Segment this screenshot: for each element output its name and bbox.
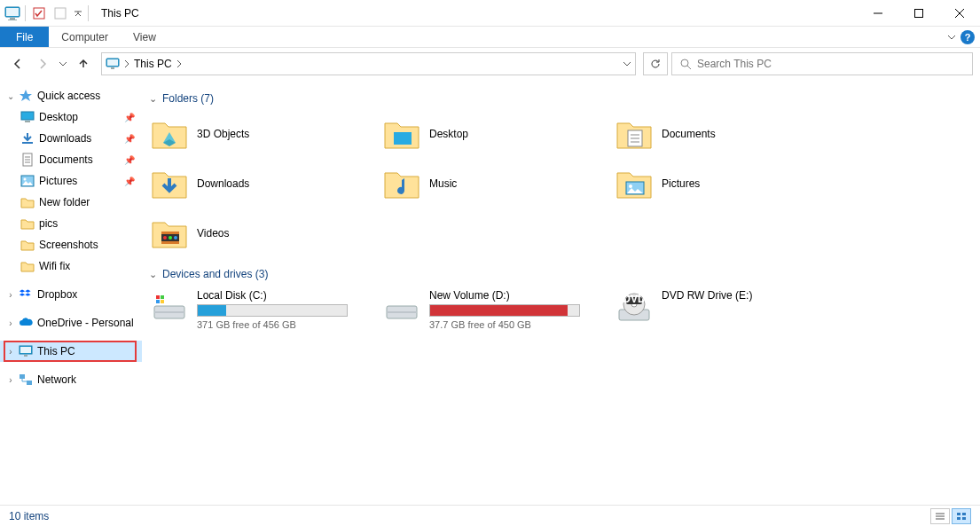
folder-icon — [383, 165, 420, 202]
drive-icon — [383, 289, 420, 326]
nav-item-documents[interactable]: Documents 📌 — [0, 149, 142, 170]
up-button[interactable] — [73, 53, 94, 75]
chevron-down-icon[interactable]: ⌄ — [5, 91, 16, 101]
desktop-icon — [20, 110, 35, 124]
nav-item-downloads[interactable]: Downloads 📌 — [0, 128, 142, 149]
folder-icon — [20, 216, 35, 231]
svg-rect-29 — [394, 132, 412, 145]
folder-downloads[interactable]: Downloads — [149, 161, 371, 206]
svg-rect-61 — [957, 517, 960, 520]
minimize-button[interactable] — [858, 0, 898, 27]
folder-icon — [20, 259, 35, 273]
svg-rect-2 — [10, 18, 15, 20]
refresh-button[interactable] — [643, 52, 668, 75]
svg-line-14 — [687, 66, 691, 69]
nav-network[interactable]: › Network — [0, 369, 142, 390]
svg-rect-48 — [161, 300, 164, 303]
tab-computer[interactable]: Computer — [49, 27, 121, 47]
chevron-down-icon: ⌄ — [149, 269, 157, 280]
navigation-bar: This PC — [0, 48, 980, 80]
folder-music[interactable]: Music — [381, 161, 603, 206]
nav-item-newfolder[interactable]: New folder — [0, 192, 142, 213]
qat-properties-icon[interactable] — [29, 4, 49, 23]
folder-3d-objects[interactable]: 3D Objects — [149, 112, 371, 156]
this-pc-icon — [18, 344, 34, 358]
folder-icon — [615, 115, 653, 153]
svg-point-41 — [174, 236, 177, 239]
maximize-button[interactable] — [898, 0, 939, 27]
svg-point-23 — [24, 178, 27, 181]
folder-desktop[interactable]: Desktop — [381, 112, 603, 156]
svg-rect-16 — [25, 121, 30, 122]
drive-icon — [151, 289, 188, 326]
folder-pictures[interactable]: Pictures — [614, 161, 835, 206]
chevron-right-icon[interactable]: › — [5, 318, 16, 328]
chevron-right-icon[interactable]: › — [5, 290, 16, 300]
nav-item-screenshots[interactable]: Screenshots — [0, 234, 142, 255]
title-bar: This PC — [0, 0, 980, 27]
chevron-right-icon[interactable]: › — [5, 375, 16, 385]
address-bar[interactable]: This PC — [101, 52, 636, 75]
nav-item-wififix[interactable]: Wifi fix — [0, 255, 142, 277]
nav-quick-access[interactable]: ⌄ Quick access — [0, 85, 142, 106]
svg-rect-37 — [161, 232, 179, 234]
folder-documents[interactable]: Documents — [614, 112, 835, 156]
chevron-right-icon[interactable]: › — [5, 347, 16, 357]
forward-button[interactable] — [32, 53, 53, 75]
help-icon[interactable]: ? — [960, 30, 975, 44]
svg-rect-27 — [20, 374, 25, 379]
nav-this-pc[interactable]: › This PC — [0, 341, 142, 362]
svg-rect-60 — [962, 513, 966, 515]
svg-rect-45 — [156, 295, 160, 299]
qat-dropdown-icon[interactable] — [72, 4, 84, 23]
svg-text:DVD: DVD — [623, 293, 646, 305]
details-view-button[interactable] — [930, 508, 950, 524]
svg-rect-43 — [154, 311, 184, 313]
nav-onedrive[interactable]: › OneDrive - Personal — [0, 312, 142, 334]
dropbox-icon — [18, 287, 34, 302]
folder-icon — [151, 165, 188, 202]
drive-e[interactable]: DVD DVD RW Drive (E:) — [614, 287, 835, 332]
status-bar: 10 items — [0, 505, 980, 526]
search-input[interactable] — [697, 58, 965, 70]
dvd-drive-icon: DVD — [615, 289, 653, 326]
search-box[interactable] — [671, 52, 973, 75]
content-area: ⌄ Folders (7) 3D Objects Desktop Documen… — [142, 80, 980, 505]
nav-item-pics[interactable]: pics — [0, 213, 142, 234]
group-header-folders[interactable]: ⌄ Folders (7) — [149, 92, 973, 105]
tab-view[interactable]: View — [121, 27, 169, 47]
svg-point-39 — [163, 236, 167, 239]
nav-item-pictures[interactable]: Pictures 📌 — [0, 170, 142, 192]
close-button[interactable] — [939, 0, 980, 27]
onedrive-icon — [18, 316, 34, 330]
breadcrumb[interactable]: This PC — [134, 58, 172, 70]
window-title: This PC — [101, 7, 139, 20]
tiles-view-button[interactable] — [952, 508, 971, 524]
svg-rect-59 — [957, 513, 960, 515]
qat-newfolder-icon[interactable] — [51, 4, 70, 23]
pictures-icon — [20, 174, 35, 188]
group-header-drives[interactable]: ⌄ Devices and drives (3) — [149, 268, 973, 280]
recent-locations-button[interactable] — [57, 53, 69, 75]
folder-icon — [383, 115, 420, 153]
folder-videos[interactable]: Videos — [149, 211, 371, 255]
back-button[interactable] — [7, 53, 28, 75]
nav-dropbox[interactable]: › Dropbox — [0, 284, 142, 305]
drive-c[interactable]: Local Disk (C:) 371 GB free of 456 GB — [149, 287, 371, 332]
file-tab[interactable]: File — [0, 27, 49, 47]
svg-rect-1 — [6, 8, 19, 16]
nav-item-desktop[interactable]: Desktop 📌 — [0, 106, 142, 128]
documents-icon — [20, 153, 35, 167]
window-buttons — [858, 0, 980, 27]
quick-access-icon — [18, 89, 34, 103]
folder-icon — [151, 215, 188, 252]
chevron-right-icon[interactable] — [176, 59, 183, 68]
folder-icon — [20, 195, 35, 209]
chevron-down-icon: ⌄ — [149, 93, 157, 105]
folder-icon — [20, 238, 35, 252]
address-dropdown-icon[interactable] — [623, 59, 631, 68]
expand-ribbon-icon[interactable] — [946, 32, 957, 43]
separator — [25, 5, 26, 21]
chevron-right-icon[interactable] — [123, 59, 130, 68]
drive-d[interactable]: New Volume (D:) 37.7 GB free of 450 GB — [381, 287, 603, 332]
